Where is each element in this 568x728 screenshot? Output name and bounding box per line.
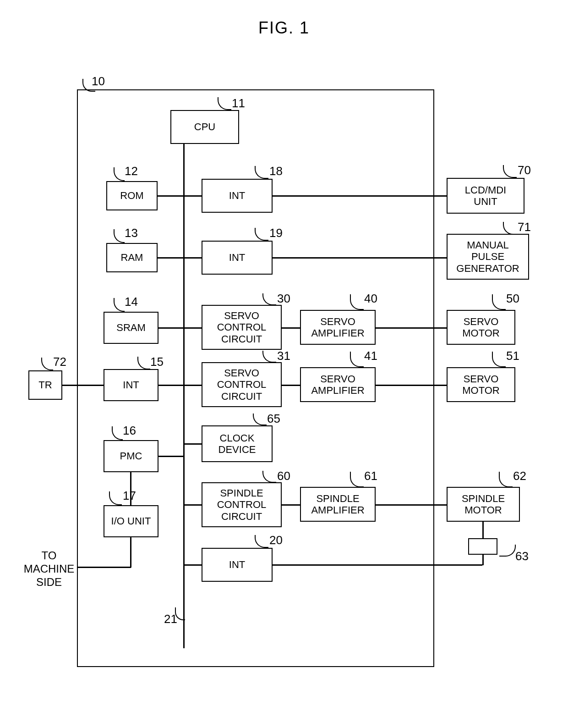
ref-70: 70 <box>518 163 531 177</box>
wire-sram-bus <box>158 327 184 329</box>
label-int15: INT <box>123 379 139 391</box>
wire-spcc60-spamp61 <box>282 504 300 506</box>
block-int18: INT <box>202 179 273 213</box>
wire-iounit-down <box>130 537 131 568</box>
label-int18: INT <box>229 190 245 201</box>
ref-72: 72 <box>53 355 66 369</box>
block-samp40: SERVOAMPLIFIER <box>300 310 376 345</box>
wire-int19-mpg <box>273 257 447 259</box>
block-smot50: SERVOMOTOR <box>447 310 515 345</box>
label-iounit: I/O UNIT <box>111 515 151 527</box>
wire-clock-bus <box>183 443 202 445</box>
ref-20: 20 <box>269 533 283 547</box>
ref-31: 31 <box>277 349 290 363</box>
wire-tr-int15 <box>62 385 104 386</box>
block-scc30: SERVOCONTROLCIRCUIT <box>202 305 282 350</box>
wire-ram-bus <box>158 257 184 259</box>
block-iounit: I/O UNIT <box>104 505 158 537</box>
label-sram: SRAM <box>116 322 146 333</box>
bus-line <box>183 144 185 648</box>
wire-int18-bus <box>183 195 202 197</box>
lead-62 <box>499 472 513 487</box>
wire-int18-lcdmdi <box>273 195 447 197</box>
wire-samp40-smot50 <box>376 327 447 329</box>
wire-spmot62-pc63 <box>482 522 484 539</box>
label-mpg: MANUALPULSEGENERATOR <box>456 239 519 274</box>
ref-63: 63 <box>515 549 529 563</box>
wire-spamp61-spmot62 <box>376 504 447 506</box>
label-ram: RAM <box>121 252 143 263</box>
label-spamp61: SPINDLEAMPLIFIER <box>311 493 364 516</box>
block-int20: INT <box>202 548 273 582</box>
wire-int19-bus <box>183 257 202 259</box>
wire-rom-bus <box>158 195 184 197</box>
label-smot50: SERVOMOTOR <box>462 316 499 339</box>
block-cpu: CPU <box>170 110 239 144</box>
label-to-machine: TOMACHINESIDE <box>19 549 79 589</box>
block-scc31: SERVOCONTROLCIRCUIT <box>202 362 282 407</box>
ref-62: 62 <box>513 469 526 483</box>
ref-17: 17 <box>123 489 136 503</box>
block-spamp61: SPINDLEAMPLIFIER <box>300 487 376 522</box>
wire-int15-bus <box>158 385 184 386</box>
block-tr: TR <box>28 370 62 400</box>
wire-spcc60-bus <box>183 504 202 506</box>
block-pc63 <box>468 538 497 555</box>
wire-iounit-out <box>77 567 131 568</box>
wire-samp41-smot51 <box>376 385 447 386</box>
label-int19: INT <box>229 252 245 263</box>
ref-51: 51 <box>506 349 519 363</box>
label-int20: INT <box>229 559 245 570</box>
ref-13: 13 <box>125 226 138 240</box>
block-clock: CLOCKDEVICE <box>202 425 273 462</box>
wire-pmc-bus <box>158 456 184 457</box>
wire-int20-bus <box>183 564 202 566</box>
ref-14: 14 <box>125 295 138 309</box>
ref-18: 18 <box>269 164 283 178</box>
lead-51 <box>492 352 506 367</box>
lead-63 <box>499 545 516 557</box>
block-int19: INT <box>202 241 273 275</box>
ref-19: 19 <box>269 226 283 240</box>
label-lcdmdi: LCD/MDIUNIT <box>465 184 506 208</box>
ref-71: 71 <box>518 220 531 234</box>
wire-scc30-bus <box>183 327 202 329</box>
wire-pc63-down <box>482 555 484 565</box>
label-spcc60: SPINDLECONTROLCIRCUIT <box>217 487 267 522</box>
ref-11: 11 <box>232 96 245 110</box>
block-samp41: SERVOAMPLIFIER <box>300 367 376 402</box>
label-scc30: SERVOCONTROLCIRCUIT <box>217 310 267 345</box>
label-scc31: SERVOCONTROLCIRCUIT <box>217 367 267 402</box>
ref-41: 41 <box>364 349 377 363</box>
ref-30: 30 <box>277 292 290 306</box>
wire-scc31-bus <box>183 385 202 386</box>
label-cpu: CPU <box>194 121 215 132</box>
label-clock: CLOCKDEVICE <box>218 432 256 456</box>
ref-50: 50 <box>506 292 519 306</box>
lead-71 <box>503 222 517 235</box>
wire-scc30-samp40 <box>282 327 300 329</box>
block-int15: INT <box>104 369 158 401</box>
block-spcc60: SPINDLECONTROLCIRCUIT <box>202 482 282 527</box>
block-rom: ROM <box>106 181 158 210</box>
block-spmot62: SPINDLEMOTOR <box>447 487 520 522</box>
block-smot51: SERVOMOTOR <box>447 367 515 402</box>
ref-60: 60 <box>277 469 290 483</box>
block-pmc: PMC <box>104 440 158 472</box>
label-spmot62: SPINDLEMOTOR <box>462 493 505 516</box>
label-smot51: SERVOMOTOR <box>462 373 499 397</box>
label-samp41: SERVOAMPLIFIER <box>311 373 364 397</box>
ref-40: 40 <box>364 292 377 306</box>
ref-16: 16 <box>123 424 136 438</box>
lead-50 <box>492 294 506 310</box>
ref-65: 65 <box>267 412 280 426</box>
label-rom: ROM <box>120 190 143 201</box>
block-ram: RAM <box>106 243 158 272</box>
ref-61: 61 <box>364 469 377 483</box>
block-sram: SRAM <box>104 312 158 344</box>
wire-int20-pc63 <box>273 564 482 566</box>
block-lcdmdi: LCD/MDIUNIT <box>447 178 524 214</box>
label-samp40: SERVOAMPLIFIER <box>311 316 364 339</box>
lead-72 <box>41 358 53 370</box>
block-mpg: MANUALPULSEGENERATOR <box>447 234 529 280</box>
